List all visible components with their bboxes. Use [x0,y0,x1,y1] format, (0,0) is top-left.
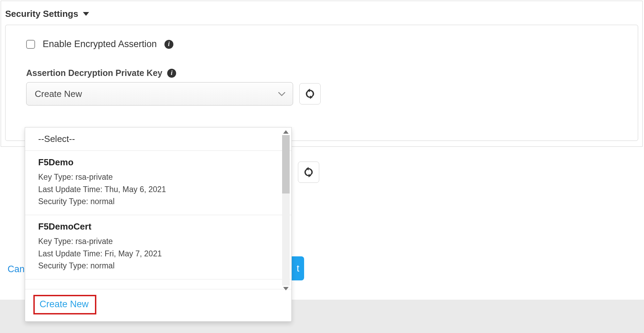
dropdown-option-securitytype: Security Type: normal [38,196,278,208]
dropdown-option-keytype: Key Type: rsa-private [38,171,278,184]
dropdown-scroll-area: --Select-- F5Demo Key Type: rsa-private … [25,127,291,289]
enable-encrypted-assertion-row: Enable Encrypted Assertion i [26,39,617,49]
info-icon[interactable]: i [167,69,176,78]
dropdown-option-title: F5DemoCert [38,221,278,232]
assertion-key-selected-value: Create New [35,89,82,99]
page-container: Security Settings Enable Encrypted Asser… [1,1,643,147]
refresh-icon [303,167,314,177]
scroll-thumb[interactable] [282,135,290,193]
dropdown-option-f5democert[interactable]: F5DemoCert Key Type: rsa-private Last Up… [25,215,291,279]
dropdown-footer: Create New [25,289,291,321]
dropdown-option-securitytype: Security Type: normal [38,260,278,272]
enable-encrypted-assertion-checkbox[interactable] [26,40,35,49]
caret-down-icon [83,12,89,16]
next-button-fragment: t [297,263,299,274]
security-settings-panel: Enable Encrypted Assertion i Assertion D… [5,25,638,141]
cancel-button[interactable]: Can [8,264,25,275]
dropdown-option-lastupdate: Last Update Time: Thu, May 6, 2021 [38,184,278,196]
chevron-down-icon [278,89,285,98]
assertion-key-select-row: Create New [26,82,617,106]
dropdown-option-partial[interactable] [25,279,291,289]
dropdown-option-title: F5Demo [38,157,278,168]
dropdown-option-placeholder[interactable]: --Select-- [25,127,291,151]
dropdown-scrollbar[interactable] [281,128,291,292]
dropdown-option-keytype: Key Type: rsa-private [38,235,278,248]
info-icon[interactable]: i [164,40,173,49]
dropdown-placeholder-text: --Select-- [38,134,75,144]
refresh-button-2[interactable] [298,162,319,183]
enable-encrypted-assertion-label: Enable Encrypted Assertion [43,39,157,49]
dropdown-option-f5demo[interactable]: F5Demo Key Type: rsa-private Last Update… [25,151,291,215]
refresh-button[interactable] [299,83,321,104]
section-header[interactable]: Security Settings [1,1,642,23]
assertion-key-dropdown: --Select-- F5Demo Key Type: rsa-private … [25,127,292,322]
scroll-up-icon[interactable] [283,130,289,134]
create-new-link[interactable]: Create New [33,295,96,314]
section-title: Security Settings [5,9,78,19]
dropdown-option-lastupdate: Last Update Time: Fri, May 7, 2021 [38,248,278,260]
refresh-icon [305,89,315,99]
assertion-key-field-label: Assertion Decryption Private Key i [26,68,617,78]
scroll-down-icon[interactable] [283,287,289,290]
scroll-track[interactable] [282,135,290,286]
assertion-key-select[interactable]: Create New [26,82,293,106]
assertion-key-label-text: Assertion Decryption Private Key [26,68,162,78]
